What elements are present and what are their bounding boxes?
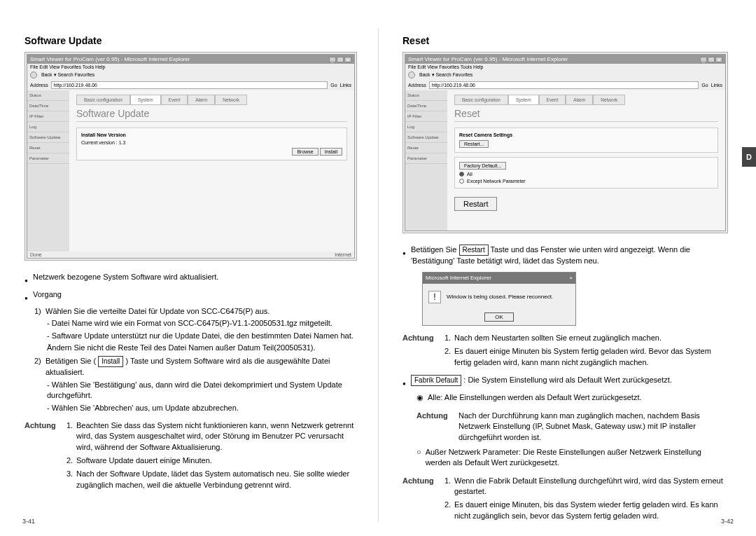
sidebar-parameter: Parameter xyxy=(27,153,69,164)
app-heading: Reset xyxy=(454,108,718,122)
install-button: Install xyxy=(320,148,342,156)
sidebar-datetime: Date/Time xyxy=(27,101,69,111)
tab-alarm: Alarm xyxy=(188,95,215,105)
dialog-title: Microsoft Internet Explorer xyxy=(426,274,491,282)
text: Außer Netzwerk Parameter: Die Reste Eins… xyxy=(426,447,728,469)
ie-toolbar: Back ▾ Search Favorites xyxy=(27,70,354,80)
ie-menubar: File Edit View Favorites Tools Help xyxy=(405,64,725,70)
screenshot-software-update: Smart Viewer for ProCam (ver 0.95) - Mic… xyxy=(24,52,357,261)
text: Netzwerk bezogene System Software wird a… xyxy=(33,272,218,282)
restart-inline-button: Restart xyxy=(459,245,489,256)
close-icon: × xyxy=(715,57,722,62)
bullet-icon xyxy=(402,378,407,388)
tab-basic: Basic configuration xyxy=(76,95,130,105)
ie-titlebar: Smart Viewer for ProCam (ver 0.95) - Mic… xyxy=(27,55,354,64)
text: Vorgang xyxy=(33,289,62,300)
achtung-label: Achtung xyxy=(402,333,444,371)
text: Betätigen Sie Restart Taste und das Fens… xyxy=(411,245,728,266)
current-version: Current version : 1.3 xyxy=(81,140,342,145)
address-label: Address xyxy=(30,83,48,88)
text: Fabrik Default : Die System Einstellung … xyxy=(411,375,672,386)
page-number: 3-42 xyxy=(721,518,734,525)
sidebar-ipfilter: IP Filter xyxy=(27,111,69,122)
ie-menubar: File Edit View Favorites Tools Help xyxy=(27,64,354,70)
text: - Wählen Sie 'Abbrechen' aus, um Update … xyxy=(24,403,357,413)
close-icon: × xyxy=(344,57,351,62)
status-net: Internet xyxy=(335,252,351,257)
text: Nach der Durchführung kann man zugänglic… xyxy=(458,411,700,441)
install-inline-button: Install xyxy=(98,356,123,367)
address-input: http://160.219.48.06 xyxy=(51,81,328,89)
achtung-label: Achtung xyxy=(402,476,444,525)
page-spread: Software Update Smart Viewer for ProCam … xyxy=(0,0,756,536)
warning-icon: ! xyxy=(428,291,441,303)
maximize-icon: □ xyxy=(337,57,344,62)
restart-big-button: Restart xyxy=(454,197,497,211)
back-icon xyxy=(30,71,37,78)
minimize-icon: _ xyxy=(329,57,336,62)
text: Software Update dauert einige Minuten. xyxy=(76,455,212,466)
panel-title: Install New Version xyxy=(81,132,342,137)
page-left: Software Update Smart Viewer for ProCam … xyxy=(0,0,378,536)
dialog-reconnect: Microsoft Internet Explorer× ! Window is… xyxy=(422,272,576,325)
num: 1) xyxy=(34,306,46,317)
sidebar-swupdate: Software Update xyxy=(27,132,69,143)
page-right: Reset Smart Viewer for ProCam (ver 0.95)… xyxy=(378,0,756,536)
bullet-icon xyxy=(24,275,29,285)
bullet-icon xyxy=(402,247,407,258)
text: Ändern Sie nicht die Reste Teil des Date… xyxy=(24,343,357,353)
radio-except xyxy=(459,179,464,184)
sidebar-status: Status xyxy=(27,90,69,101)
text: Wenn die Fabrik Default Einstellung durc… xyxy=(454,476,728,497)
sidebar-log: Log xyxy=(27,122,69,132)
links-label: Links xyxy=(340,83,351,88)
tab-system: System xyxy=(130,95,161,105)
radio-empty-icon: ○ xyxy=(416,447,421,458)
close-icon: × xyxy=(569,274,573,282)
screenshot-reset: Smart Viewer for ProCam (ver 0.95) - Mic… xyxy=(402,52,728,233)
tab-network: Network xyxy=(215,95,247,105)
text: Es dauert einige Minuten, bis das System… xyxy=(454,500,728,521)
tab-event: Event xyxy=(161,95,188,105)
bullet-icon xyxy=(24,292,29,303)
status-done: Done xyxy=(30,252,42,257)
text: Nach dem Neustarten sollten Sie erneut z… xyxy=(454,333,662,343)
app-heading: Software Update xyxy=(76,108,347,122)
achtung-label: Achtung xyxy=(416,411,458,443)
text: Wählen Sie die verteilte Datei für Updat… xyxy=(46,306,270,317)
text: Alle: Alle Einstellungen werden als Defa… xyxy=(428,392,642,403)
text: Betätigen Sie ( Install ) Taste und Syst… xyxy=(46,356,357,378)
panel-title: Reset Camera Settings xyxy=(459,132,713,137)
sidebar-reset: Reset xyxy=(27,143,69,153)
text: - Datei Name wird wie ein Format von SCC… xyxy=(24,318,357,329)
factory-default-button: Factory Default... xyxy=(459,162,506,170)
minimize-icon: _ xyxy=(700,57,707,62)
go-button: Go xyxy=(330,83,337,88)
ok-button: OK xyxy=(484,312,514,322)
ie-title: Smart Viewer for ProCam (ver 0.95) - Mic… xyxy=(30,56,190,62)
text: - Saftware Update unterstützt nur die Up… xyxy=(24,331,357,341)
radio-filled-icon: ◉ xyxy=(416,392,424,403)
back-icon xyxy=(408,71,415,78)
maximize-icon: □ xyxy=(708,57,715,62)
text: Beachten Sie dass das System nicht funkt… xyxy=(76,420,357,453)
text: - Wählen Sie 'Bestätigung' aus, dann wir… xyxy=(24,380,357,401)
app-sidebar: Status Date/Time IP Filter Log Software … xyxy=(27,90,69,252)
text: Es dauert einige Minuten bis System fert… xyxy=(454,346,728,368)
ie-title: Smart Viewer for ProCam (ver 0.95) - Mic… xyxy=(408,56,568,62)
factory-default-inline: Fabrik Default xyxy=(411,375,461,386)
left-title: Software Update xyxy=(24,35,357,46)
page-number: 3-41 xyxy=(22,518,35,525)
radio-all xyxy=(459,172,464,177)
dialog-message: Window is being closed. Please reconnect… xyxy=(447,293,553,301)
right-title: Reset xyxy=(402,35,728,46)
num: 2) xyxy=(34,356,46,378)
text: Nach der Software Update, lädet das Syst… xyxy=(76,469,357,490)
browse-button: Browse xyxy=(292,148,318,156)
achtung-label: Achtung xyxy=(24,420,66,493)
restart-button: Restart... xyxy=(459,140,489,148)
address-input: http://160.219.48.06 xyxy=(429,81,699,89)
